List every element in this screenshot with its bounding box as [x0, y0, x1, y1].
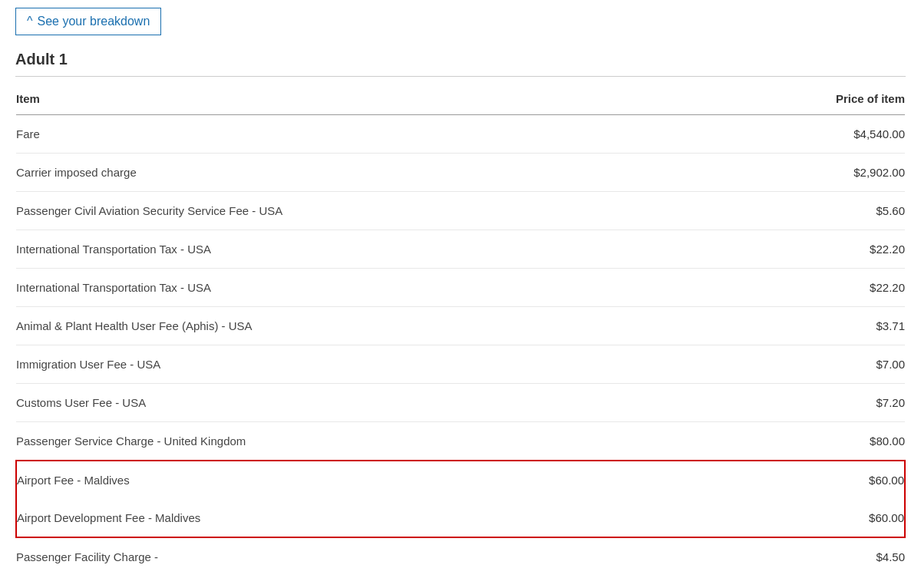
table-row: International Transportation Tax - USA$2…: [16, 269, 905, 307]
table-row: Fare$4,540.00: [16, 115, 905, 154]
table-row: Carrier imposed charge$2,902.00: [16, 154, 905, 192]
item-cell: Fare: [16, 115, 722, 154]
breakdown-table: Item Price of item Fare$4,540.00Carrier …: [15, 83, 906, 576]
section-title: Adult 1: [15, 51, 906, 77]
item-cell: Airport Fee - Maldives: [16, 461, 722, 499]
price-cell: $5.60: [722, 192, 905, 230]
table-row: Passenger Civil Aviation Security Servic…: [16, 192, 905, 230]
item-column-header: Item: [16, 83, 722, 115]
table-row: Airport Development Fee - Maldives$60.00: [16, 499, 905, 537]
item-cell: Immigration User Fee - USA: [16, 345, 722, 384]
price-cell: $4.50: [722, 537, 905, 576]
price-cell: $22.20: [722, 269, 905, 307]
price-cell: $7.20: [722, 384, 905, 422]
table-body: Fare$4,540.00Carrier imposed charge$2,90…: [16, 115, 905, 576]
price-cell: $60.00: [722, 461, 905, 499]
chevron-up-icon: ^: [27, 15, 33, 28]
price-cell: $80.00: [722, 422, 905, 461]
table-row: Animal & Plant Health User Fee (Aphis) -…: [16, 307, 905, 345]
item-cell: Passenger Civil Aviation Security Servic…: [16, 192, 722, 230]
item-cell: Carrier imposed charge: [16, 154, 722, 192]
price-cell: $60.00: [722, 499, 905, 537]
see-breakdown-link[interactable]: ^ See your breakdown: [15, 8, 161, 35]
price-cell: $22.20: [722, 230, 905, 269]
table-row: International Transportation Tax - USA$2…: [16, 230, 905, 269]
see-breakdown-label: See your breakdown: [38, 15, 150, 28]
price-cell: $3.71: [722, 307, 905, 345]
item-cell: Airport Development Fee - Maldives: [16, 499, 722, 537]
table-header-row: Item Price of item: [16, 83, 905, 115]
table-row: Immigration User Fee - USA$7.00: [16, 345, 905, 384]
price-column-header: Price of item: [722, 83, 905, 115]
price-cell: $2,902.00: [722, 154, 905, 192]
table-row: Passenger Service Charge - United Kingdo…: [16, 422, 905, 461]
item-cell: Passenger Service Charge - United Kingdo…: [16, 422, 722, 461]
table-row: Airport Fee - Maldives$60.00: [16, 461, 905, 499]
price-cell: $4,540.00: [722, 115, 905, 154]
table-row: Customs User Fee - USA$7.20: [16, 384, 905, 422]
price-cell: $7.00: [722, 345, 905, 384]
item-cell: International Transportation Tax - USA: [16, 230, 722, 269]
item-cell: Customs User Fee - USA: [16, 384, 722, 422]
table-row: Passenger Facility Charge -$4.50: [16, 537, 905, 576]
item-cell: Animal & Plant Health User Fee (Aphis) -…: [16, 307, 722, 345]
item-cell: Passenger Facility Charge -: [16, 537, 722, 576]
item-cell: International Transportation Tax - USA: [16, 269, 722, 307]
